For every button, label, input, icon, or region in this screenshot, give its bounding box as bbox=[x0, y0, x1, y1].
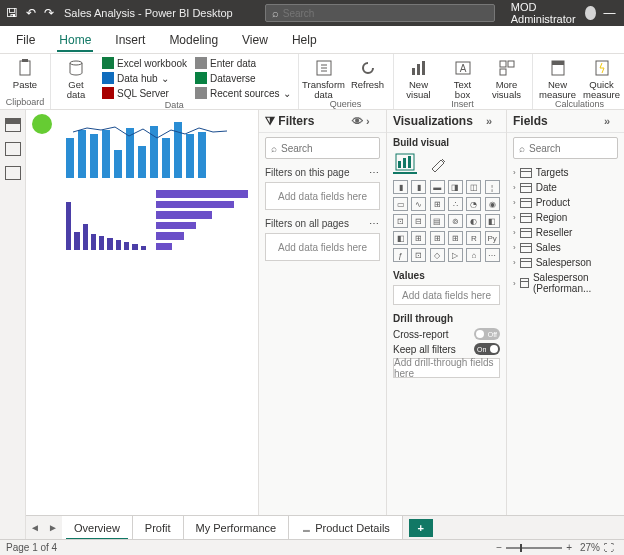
viz-type[interactable]: ◫ bbox=[466, 180, 481, 194]
refresh-button[interactable]: Refresh bbox=[347, 56, 389, 90]
viz-type[interactable]: ⊡ bbox=[393, 214, 408, 228]
viz-type[interactable]: ƒ bbox=[393, 248, 408, 262]
transform-data-button[interactable]: Transform data bbox=[303, 56, 345, 99]
menu-file[interactable]: File bbox=[6, 29, 45, 51]
quick-measure-button[interactable]: Quick measure bbox=[581, 56, 623, 99]
viz-type[interactable]: ◧ bbox=[393, 231, 408, 245]
viz-type[interactable]: ⊞ bbox=[430, 197, 445, 211]
report-view-icon[interactable] bbox=[5, 118, 21, 132]
titlebar-search-input[interactable] bbox=[283, 8, 488, 19]
zoom-slider[interactable] bbox=[506, 547, 562, 549]
zoom-out-button[interactable]: − bbox=[492, 542, 506, 553]
menu-home[interactable]: Home bbox=[49, 29, 101, 51]
viz-type[interactable]: ⋯ bbox=[485, 248, 500, 262]
viz-type[interactable]: ⊡ bbox=[411, 248, 426, 262]
viz-type[interactable]: ▬ bbox=[430, 180, 445, 194]
viz-type[interactable]: ⊟ bbox=[411, 214, 426, 228]
collapse-icon[interactable]: › bbox=[366, 115, 380, 127]
undo-icon[interactable]: ↶ bbox=[26, 6, 36, 20]
viz-type[interactable]: ◉ bbox=[485, 197, 500, 211]
viz-type[interactable]: ⊚ bbox=[448, 214, 463, 228]
save-icon[interactable]: 🖫 bbox=[6, 6, 18, 20]
viz-type[interactable]: ¦ bbox=[485, 180, 500, 194]
field-table[interactable]: ›Product bbox=[513, 195, 618, 210]
viz-type[interactable]: ∴ bbox=[448, 197, 463, 211]
filters-page-dropzone[interactable]: Add data fields here bbox=[265, 182, 380, 210]
titlebar-search[interactable]: ⌕ bbox=[265, 4, 495, 22]
data-view-icon[interactable] bbox=[5, 142, 21, 156]
viz-type[interactable]: ⊞ bbox=[448, 231, 463, 245]
menu-view[interactable]: View bbox=[232, 29, 278, 51]
keep-filters-toggle[interactable]: On bbox=[474, 343, 500, 355]
paste-button[interactable]: Paste bbox=[4, 56, 46, 90]
tab-my-performance[interactable]: My Performance bbox=[184, 516, 290, 540]
new-measure-button[interactable]: New measure bbox=[537, 56, 579, 99]
viz-type[interactable]: ⌂ bbox=[466, 248, 481, 262]
excel-workbook-button[interactable]: Excel workbook bbox=[99, 56, 190, 70]
menu-modeling[interactable]: Modeling bbox=[159, 29, 228, 51]
drill-fields-dropzone[interactable]: Add drill-through fields here bbox=[393, 358, 500, 378]
format-visual-tab[interactable] bbox=[427, 152, 451, 174]
menu-insert[interactable]: Insert bbox=[105, 29, 155, 51]
tab-product-details[interactable]: 🗕Product Details bbox=[289, 516, 403, 540]
viz-type[interactable]: ⊞ bbox=[430, 231, 445, 245]
sql-server-button[interactable]: SQL Server bbox=[99, 86, 190, 100]
more-icon[interactable]: ⋯ bbox=[369, 167, 380, 178]
expand-icon[interactable]: » bbox=[604, 115, 618, 127]
field-table[interactable]: ›Salesperson (Performan... bbox=[513, 270, 618, 296]
add-page-button[interactable]: + bbox=[409, 519, 433, 537]
filters-search[interactable]: ⌕ bbox=[265, 137, 380, 159]
minimize-icon[interactable]: ― bbox=[604, 6, 616, 20]
viz-type[interactable]: ▤ bbox=[430, 214, 445, 228]
viz-type[interactable]: Py bbox=[485, 231, 500, 245]
tab-profit[interactable]: Profit bbox=[133, 516, 184, 540]
menu-help[interactable]: Help bbox=[282, 29, 327, 51]
fields-search[interactable]: ⌕ bbox=[513, 137, 618, 159]
text-box-button[interactable]: AText box bbox=[442, 56, 484, 99]
chart-small-bars[interactable] bbox=[66, 195, 146, 250]
field-table[interactable]: ›Targets bbox=[513, 165, 618, 180]
cross-report-toggle[interactable]: Off bbox=[474, 328, 500, 340]
field-table[interactable]: ›Sales bbox=[513, 240, 618, 255]
viz-type[interactable]: ◐ bbox=[466, 214, 481, 228]
viz-type[interactable]: ▮ bbox=[393, 180, 408, 194]
tab-prev[interactable]: ◄ bbox=[26, 522, 44, 533]
values-dropzone[interactable]: Add data fields here bbox=[393, 285, 500, 305]
viz-type[interactable]: ◔ bbox=[466, 197, 481, 211]
field-table[interactable]: ›Region bbox=[513, 210, 618, 225]
viz-type[interactable]: ⊞ bbox=[411, 231, 426, 245]
tab-next[interactable]: ► bbox=[44, 522, 62, 533]
eye-icon[interactable]: 👁 bbox=[352, 115, 366, 127]
viz-type[interactable]: ▮ bbox=[411, 180, 426, 194]
viz-type[interactable]: ▭ bbox=[393, 197, 408, 211]
zoom-in-button[interactable]: + bbox=[562, 542, 576, 553]
viz-type[interactable]: ◧ bbox=[485, 214, 500, 228]
more-icon[interactable]: ⋯ bbox=[369, 218, 380, 229]
zoom-value[interactable]: 27% bbox=[580, 542, 600, 553]
viz-type[interactable]: ◨ bbox=[448, 180, 463, 194]
chart-combo[interactable] bbox=[66, 120, 236, 178]
expand-icon[interactable]: » bbox=[486, 115, 500, 127]
field-table[interactable]: ›Reseller bbox=[513, 225, 618, 240]
tab-overview[interactable]: Overview bbox=[62, 516, 133, 540]
model-view-icon[interactable] bbox=[5, 166, 21, 180]
data-hub-button[interactable]: Data hub ⌄ bbox=[99, 71, 190, 85]
report-canvas[interactable] bbox=[26, 110, 258, 539]
chart-horizontal-bars[interactable] bbox=[156, 190, 256, 250]
redo-icon[interactable]: ↷ bbox=[44, 6, 54, 20]
fit-page-icon[interactable]: ⛶ bbox=[600, 542, 618, 553]
more-visuals-button[interactable]: More visuals bbox=[486, 56, 528, 99]
user-label[interactable]: MOD Administrator bbox=[511, 1, 596, 25]
viz-type[interactable]: R bbox=[466, 231, 481, 245]
enter-data-button[interactable]: Enter data bbox=[192, 56, 293, 70]
viz-type[interactable]: ◇ bbox=[430, 248, 445, 262]
filters-all-dropzone[interactable]: Add data fields here bbox=[265, 233, 380, 261]
viz-type[interactable]: ∿ bbox=[411, 197, 426, 211]
new-visual-button[interactable]: New visual bbox=[398, 56, 440, 99]
dataverse-button[interactable]: Dataverse bbox=[192, 71, 293, 85]
build-visual-tab[interactable] bbox=[393, 152, 417, 174]
recent-sources-button[interactable]: Recent sources ⌄ bbox=[192, 86, 293, 100]
field-table[interactable]: ›Date bbox=[513, 180, 618, 195]
viz-type[interactable]: ▷ bbox=[448, 248, 463, 262]
field-table[interactable]: ›Salesperson bbox=[513, 255, 618, 270]
